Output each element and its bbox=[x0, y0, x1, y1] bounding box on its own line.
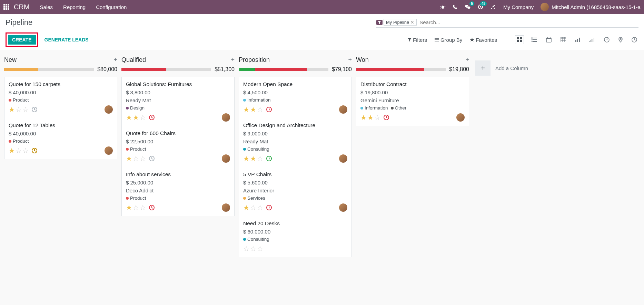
kanban-card[interactable]: Quote for 150 carpets $ 40,000.00 Produc… bbox=[4, 77, 117, 118]
priority-stars[interactable]: ★★☆ bbox=[243, 154, 263, 163]
company-selector[interactable]: My Company bbox=[503, 4, 534, 10]
kanban-board: New + $80,000 Quote for 150 carpets $ 40… bbox=[0, 50, 644, 263]
card-tag: Design bbox=[126, 105, 145, 111]
messages-icon[interactable]: 5 bbox=[465, 4, 471, 10]
priority-stars[interactable]: ★★☆ bbox=[126, 113, 146, 122]
priority-stars[interactable]: ★☆☆ bbox=[126, 203, 146, 212]
bug-icon[interactable] bbox=[440, 4, 446, 10]
menu-configuration[interactable]: Configuration bbox=[96, 4, 127, 10]
dashboard-view-icon[interactable] bbox=[603, 36, 611, 44]
tools-icon[interactable] bbox=[490, 4, 496, 10]
priority-stars[interactable]: ★☆☆ bbox=[126, 154, 146, 163]
card-tag: Product bbox=[126, 196, 146, 201]
assignee-avatar[interactable] bbox=[222, 203, 230, 212]
groupby-button[interactable]: Group By bbox=[435, 37, 462, 43]
column-title[interactable]: New bbox=[4, 56, 17, 64]
priority-stars[interactable]: ★☆☆ bbox=[243, 203, 263, 212]
kanban-card[interactable]: Modern Open Space $ 4,500.00 Information… bbox=[239, 77, 352, 118]
activity-clock-icon[interactable] bbox=[149, 114, 155, 121]
column-title[interactable]: Won bbox=[356, 56, 369, 64]
search-bar[interactable]: My Pipeline✕ bbox=[376, 18, 638, 28]
activity-clock-icon[interactable] bbox=[383, 114, 389, 121]
quick-add-icon[interactable]: + bbox=[465, 56, 469, 64]
assignee-avatar[interactable] bbox=[339, 203, 347, 212]
card-tag: Product bbox=[9, 97, 29, 103]
progress-bar[interactable] bbox=[239, 68, 328, 71]
kanban-card[interactable]: Global Solutions: Furnitures $ 3,800.00 … bbox=[121, 77, 235, 126]
apps-icon[interactable] bbox=[3, 4, 9, 10]
progress-bar[interactable] bbox=[4, 68, 94, 71]
assignee-avatar[interactable] bbox=[339, 154, 347, 163]
progress-bar[interactable] bbox=[356, 68, 446, 71]
calendar-view-icon[interactable] bbox=[545, 36, 553, 44]
assignee-avatar[interactable] bbox=[222, 113, 230, 122]
kanban-card[interactable]: Office Design and Architecture $ 9,000.0… bbox=[239, 118, 352, 167]
generate-leads-button[interactable]: GENERATE LEADS bbox=[44, 37, 89, 42]
control-panel: Pipeline My Pipeline✕ CREATE GENERATE LE… bbox=[0, 14, 644, 50]
list-view-icon[interactable] bbox=[530, 36, 538, 44]
search-input[interactable] bbox=[417, 18, 638, 27]
page-title: Pipeline bbox=[6, 18, 32, 27]
priority-stars[interactable]: ★☆☆ bbox=[9, 105, 29, 114]
card-title: Quote for 12 Tables bbox=[9, 122, 113, 128]
kanban-card[interactable]: Info about services $ 25,000.00 Deco Add… bbox=[121, 167, 235, 216]
card-amount: $ 25,000.00 bbox=[126, 180, 230, 185]
activity-clock-icon[interactable] bbox=[31, 147, 38, 154]
assignee-avatar[interactable] bbox=[456, 113, 465, 122]
svg-rect-4 bbox=[517, 37, 519, 39]
priority-stars[interactable]: ★★☆ bbox=[243, 105, 263, 114]
plus-icon[interactable]: + bbox=[475, 60, 491, 76]
column-amount: $80,000 bbox=[97, 66, 117, 73]
favorites-button[interactable]: Favorites bbox=[470, 37, 497, 43]
assignee-avatar[interactable] bbox=[105, 146, 113, 155]
kanban-card[interactable]: Quote for 12 Tables $ 40,000.00 Product … bbox=[4, 118, 117, 159]
activity-clock-icon[interactable] bbox=[31, 106, 38, 113]
graph-view-icon[interactable] bbox=[574, 36, 582, 44]
activity-clock-icon[interactable] bbox=[149, 204, 155, 211]
add-column[interactable]: +Add a Column bbox=[471, 56, 540, 80]
card-amount: $ 40,000.00 bbox=[9, 131, 113, 136]
column-title[interactable]: Proposition bbox=[239, 56, 270, 64]
card-customer: Gemini Furniture bbox=[360, 97, 465, 103]
assignee-avatar[interactable] bbox=[105, 105, 113, 114]
column-amount: $19,800 bbox=[449, 66, 469, 73]
svg-rect-6 bbox=[517, 40, 519, 42]
activity-clock-icon[interactable] bbox=[149, 155, 155, 162]
close-icon[interactable]: ✕ bbox=[410, 20, 414, 25]
activity-clock-icon[interactable] bbox=[266, 106, 272, 113]
pivot-view-icon[interactable] bbox=[559, 36, 567, 44]
phone-icon[interactable] bbox=[453, 4, 458, 10]
menu-reporting[interactable]: Reporting bbox=[63, 4, 86, 10]
cohort-view-icon[interactable] bbox=[588, 36, 596, 44]
column-title[interactable]: Qualified bbox=[121, 56, 146, 64]
brand[interactable]: CRM bbox=[14, 3, 30, 11]
kanban-card[interactable]: Quote for 600 Chairs $ 22,500.00 Product… bbox=[121, 126, 235, 167]
activity-view-icon[interactable] bbox=[630, 36, 638, 44]
filters-button[interactable]: Filters bbox=[408, 37, 427, 43]
menu-sales[interactable]: Sales bbox=[40, 4, 53, 10]
map-view-icon[interactable] bbox=[617, 36, 624, 44]
kanban-card[interactable]: Need 20 Desks $ 60,000.00 Consulting ☆☆☆ bbox=[239, 216, 352, 257]
quick-add-icon[interactable]: + bbox=[348, 56, 352, 64]
kanban-card[interactable]: Distributor Contract $ 19,800.00 Gemini … bbox=[356, 77, 469, 126]
quick-add-icon[interactable]: + bbox=[231, 56, 235, 64]
filter-tag[interactable]: My Pipeline✕ bbox=[384, 19, 417, 26]
quick-add-icon[interactable]: + bbox=[113, 56, 117, 64]
activity-clock-icon[interactable] bbox=[266, 204, 272, 211]
activity-icon[interactable]: 45 bbox=[478, 4, 483, 10]
kanban-card[interactable]: 5 VP Chairs $ 5,600.00 Azure Interior Se… bbox=[239, 167, 352, 216]
activity-clock-icon[interactable] bbox=[266, 155, 272, 162]
create-button[interactable]: CREATE bbox=[8, 35, 36, 45]
svg-rect-7 bbox=[520, 40, 522, 42]
priority-stars[interactable]: ☆☆☆ bbox=[243, 245, 263, 253]
priority-stars[interactable]: ★☆☆ bbox=[9, 146, 29, 155]
svg-point-10 bbox=[532, 41, 532, 42]
assignee-avatar[interactable] bbox=[222, 154, 230, 163]
kanban-view-icon[interactable] bbox=[515, 35, 524, 44]
assignee-avatar[interactable] bbox=[339, 105, 347, 114]
priority-stars[interactable]: ★★☆ bbox=[360, 113, 380, 122]
svg-rect-18 bbox=[591, 40, 591, 42]
progress-bar[interactable] bbox=[121, 68, 211, 71]
svg-rect-13 bbox=[561, 37, 566, 42]
user-menu[interactable]: Mitchell Admin (16856458-saas-15-1-a bbox=[541, 3, 641, 11]
